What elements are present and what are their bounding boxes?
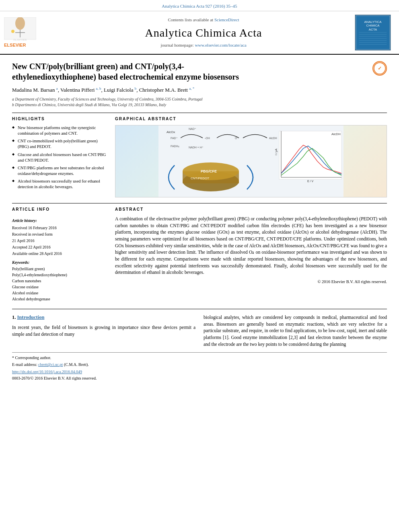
homepage-link[interactable]: www.elsevier.com/locate/aca (195, 43, 246, 47)
keyword-item: Poly(3,4-ethylenedioxythiophene) (12, 272, 109, 278)
svg-rect-34 (279, 131, 341, 179)
svg-text:✓: ✓ (378, 66, 382, 72)
received-date: Received 16 February 2016 (12, 225, 109, 231)
keyword-item: Alcohol dehydrogenase (12, 296, 109, 302)
copyright-line: © 2016 Elsevier B.V. All rights reserved… (115, 279, 387, 285)
affiliation-b: b Dipartimento di Chimica, Università de… (12, 102, 387, 108)
svg-text:-OH: -OH (205, 137, 210, 140)
section-number: 1. (12, 314, 16, 320)
highlights-list: New biosensor platforms using the synerg… (12, 125, 109, 190)
svg-text:ACTA: ACTA (369, 28, 377, 32)
keywords-label: Keywords: (12, 260, 109, 265)
history-label: Article history: (12, 218, 109, 224)
sciencedirect-link[interactable]: ScienceDirect (214, 17, 239, 22)
corresponding-note: * Corresponding author. (12, 355, 387, 361)
svg-text:AlcDH: AlcDH (269, 137, 277, 140)
intro-col-left: 1. Introduction In recent years, the fie… (12, 314, 195, 347)
svg-text:ANALYTICA: ANALYTICA (364, 20, 382, 24)
doi-link[interactable]: http://dx.doi.org/10.1016/j.aca.2016.04.… (12, 369, 387, 375)
authors-line: Madalina M. Barsan a, Valentina Pifferi … (12, 86, 387, 94)
svg-text:E / V: E / V (307, 180, 314, 183)
journal-reference: Analytica Chimica Acta 927 (2016) 35–45 (0, 0, 399, 11)
intro-title: 1. Introduction (12, 314, 195, 321)
list-item: CNT/PBG platforms are best substrates fo… (12, 165, 109, 177)
crossmark-badge[interactable]: ✓ (372, 61, 387, 76)
graphical-abstract-header: GRAPHICAL ABSTRACT (115, 116, 387, 122)
list-item: New biosensor platforms using the synerg… (12, 125, 109, 136)
revised-date: 21 April 2016 (12, 238, 109, 244)
list-item: Alcohol biosensors successfully used for… (12, 179, 109, 190)
section-divider-2 (12, 203, 387, 203)
svg-text:NAD⁺: NAD⁺ (189, 127, 196, 130)
svg-text:FAD⁺: FAD⁺ (171, 137, 178, 140)
ga-svg: AlcOx FAD⁺ NAD⁺ -OH O AlcDH FADH₂ NADH +… (115, 125, 387, 197)
svg-text:NADH + H⁺: NADH + H⁺ (189, 146, 204, 149)
svg-text:PBG/CFE: PBG/CFE (201, 169, 217, 173)
svg-text:I / μA: I / μA (275, 148, 278, 155)
elsevier-logo-img: ELSEVIER (4, 17, 36, 41)
footer-notes: * Corresponding author. E-mail address: … (12, 352, 387, 381)
introduction-section: 1. Introduction In recent years, the fie… (12, 309, 387, 381)
list-item: CNT co-immobilized with poly(brilliant g… (12, 138, 109, 150)
svg-point-1 (15, 17, 25, 30)
svg-text:AlcDH: AlcDH (331, 132, 341, 136)
svg-text:AlcOx: AlcOx (167, 130, 175, 134)
list-item: Glucose and alcohol biosensors based on … (12, 152, 109, 163)
email-link[interactable]: cbrett@ci.uc.pt (38, 362, 63, 367)
abstract-header: ABSTRACT (115, 207, 387, 212)
abstract-column: ABSTRACT A combination of the electroact… (115, 207, 387, 302)
svg-text:O: O (235, 137, 237, 140)
graphical-abstract-image: AlcOx FAD⁺ NAD⁺ -OH O AlcDH FADH₂ NADH +… (115, 125, 387, 197)
elsevier-brand-text: ELSEVIER (4, 42, 26, 48)
highlights-header: HIGHLIGHTS (12, 116, 109, 122)
introduction-two-col: 1. Introduction In recent years, the fie… (12, 314, 387, 347)
article-title: New CNT/poly(brilliant green) and CNT/po… (12, 61, 245, 82)
journal-cover-area: ANALYTICA CHIMICA ACTA (355, 14, 395, 51)
contents-line: Contents lists available at ScienceDirec… (56, 17, 352, 23)
keyword-item: Glucose oxidase (12, 284, 109, 290)
article-info-block: Article history: Received 16 February 20… (12, 218, 109, 257)
svg-text:CNT/PEDOT: CNT/PEDOT (191, 177, 209, 180)
graphical-abstract-column: GRAPHICAL ABSTRACT AlcOx FAD⁺ NAD⁺ -OH O (115, 116, 387, 197)
title-row: New CNT/poly(brilliant green) and CNT/po… (12, 61, 387, 86)
affiliations: a Department of Chemistry, Faculty of Sc… (12, 97, 387, 108)
highlights-graphical-row: HIGHLIGHTS New biosensor platforms using… (12, 116, 387, 197)
available-date: Available online 28 April 2016 (12, 251, 109, 257)
keyword-item: Poly(brilliant green) (12, 266, 109, 272)
revised-label: Received in revised form (12, 232, 109, 237)
keyword-item: Alcohol oxidase (12, 290, 109, 296)
svg-text:FADH₂: FADH₂ (171, 145, 179, 148)
journal-title: Analytica Chimica Acta (56, 25, 352, 41)
homepage-line: journal homepage: www.elsevier.com/locat… (56, 42, 352, 48)
article-info-column: ARTICLE INFO Article history: Received 1… (12, 207, 109, 302)
intro-col-right: biological analytes, which are considere… (204, 314, 387, 347)
article-info-header: ARTICLE INFO (12, 207, 109, 212)
abstract-text: A combination of the electroactive polym… (115, 216, 387, 276)
svg-text:CHIMICA: CHIMICA (366, 24, 380, 28)
intro-text-right: biological analytes, which are considere… (204, 314, 387, 347)
email-line: E-mail address: cbrett@ci.uc.pt (C.M.A. … (12, 362, 387, 368)
intro-text-left: In recent years, the field of biosensors… (12, 324, 195, 337)
section-divider (12, 113, 387, 113)
section-name: Introduction (17, 314, 45, 320)
svg-point-4 (11, 30, 14, 33)
keyword-item: Carbon nanotubes (12, 278, 109, 284)
accepted-date: Accepted 22 April 2016 (12, 244, 109, 250)
elsevier-logo-area: ELSEVIER ELSEVIER (4, 17, 52, 48)
journal-cover-image: ANALYTICA CHIMICA ACTA (355, 14, 391, 51)
highlights-column: HIGHLIGHTS New biosensor platforms using… (12, 116, 109, 197)
affiliation-a: a Department of Chemistry, Faculty of Sc… (12, 97, 387, 102)
issn-line: 0003-2670/© 2016 Elsevier B.V. All right… (12, 376, 387, 381)
journal-header: ELSEVIER ELSEVIER Contents lists availab… (0, 11, 399, 55)
article-content: New CNT/poly(brilliant green) and CNT/po… (0, 55, 399, 388)
svg-text:ELSEVIER: ELSEVIER (13, 38, 27, 41)
info-abstract-row: ARTICLE INFO Article history: Received 1… (12, 207, 387, 302)
journal-header-center: Contents lists available at ScienceDirec… (56, 17, 352, 48)
